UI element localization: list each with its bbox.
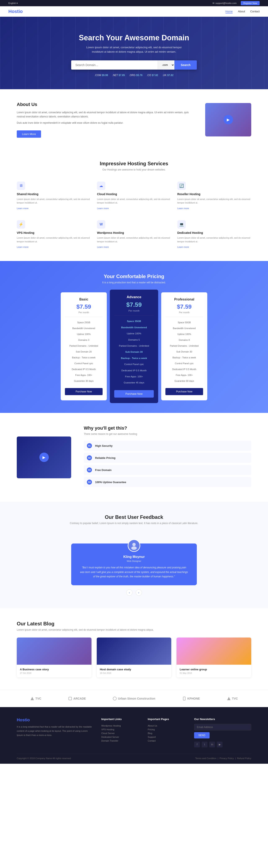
footer-link-vps[interactable]: VPS Hosting <box>101 727 139 731</box>
why-image: ▶ <box>17 436 71 478</box>
footer-link-dedicated[interactable]: Dedicated Server <box>101 735 139 739</box>
newsletter-email-input[interactable] <box>194 724 251 731</box>
footer-page-contact[interactable]: Contact <box>148 739 186 743</box>
testimonial-prev-button[interactable]: ‹ <box>126 589 133 596</box>
footer-link-cloud[interactable]: Cloud Server <box>101 731 139 735</box>
footer-description: It is a long established fact that a rea… <box>17 725 93 737</box>
reseller-learn-more[interactable]: Learn more <box>177 207 189 210</box>
main-nav: Hostio Home About Contact <box>0 6 268 17</box>
instagram-icon[interactable]: in <box>209 742 215 747</box>
nav-contact[interactable]: Contact <box>250 10 260 13</box>
about-section: About Us Lorem ipsum dolor sit amet, con… <box>0 89 268 150</box>
twitter-icon[interactable]: t <box>202 742 208 747</box>
why-item-uptime: 04 100% Uptime Guarantee <box>84 477 251 487</box>
service-shared: 🖥 Shared Hosting Lorem ipsum dolor sit a… <box>17 180 91 212</box>
domain-search-bar: .com .net .org Search <box>71 60 197 70</box>
blog-post-2[interactable]: Host domain case study 18 Oct 2018 <box>97 638 171 677</box>
why-list: 01 High Security 02 Reliable Pricing 03 … <box>84 441 251 487</box>
advance-purchase-button[interactable]: Purchase Now <box>114 390 154 398</box>
professional-features: Space 50GB Bandwidth Unmetered Uptime 10… <box>165 317 203 384</box>
blog-date-1: 27 Oct 2018 <box>20 672 88 674</box>
footer-legal-links: Terms and Condition | Privacy Policy | R… <box>195 757 251 760</box>
dedicated-learn-more[interactable]: Learn more <box>177 246 189 248</box>
basic-features: Space 25GB Bandwidth Unmetered Uptime 10… <box>65 317 103 384</box>
site-logo: Hostio <box>8 9 23 14</box>
service-wordpress: W Wordpress Hosting Lorem ipsum dolor si… <box>97 218 171 251</box>
blog-title: Our Latest Blog <box>17 621 251 627</box>
facebook-icon[interactable]: f <box>194 742 200 747</box>
blog-image-2 <box>97 638 171 665</box>
basic-purchase-button[interactable]: Purchase Now <box>65 388 103 395</box>
blog-title-3: Learner online group <box>180 668 248 671</box>
shared-hosting-icon: 🖥 <box>17 182 25 190</box>
footer-link-wordpress[interactable]: Wordpress Hosting <box>101 724 139 727</box>
why-play-button[interactable]: ▶ <box>39 453 49 462</box>
email-icon: ✉ <box>213 2 214 5</box>
why-num-3: 03 <box>87 467 92 472</box>
footer-page-about[interactable]: About Us <box>148 724 186 727</box>
register-button[interactable]: Register Now <box>241 1 260 5</box>
footer-logo: Hostio <box>17 718 93 722</box>
newsletter-send-button[interactable]: SEND <box>194 732 209 739</box>
blog-title-1: A Business case story <box>20 668 88 671</box>
learn-more-button[interactable]: Learn More <box>17 130 41 138</box>
why-pricing-text: Reliable Pricing <box>95 456 115 460</box>
cloud-learn-more[interactable]: Learn more <box>97 207 109 210</box>
about-video[interactable]: ▶ <box>205 103 251 136</box>
footer-newsletter: Our Newsletters SEND f t in ▶ <box>194 718 251 747</box>
wordpress-hosting-desc: Lorem ipsum dolor sit amet, consectetur … <box>97 236 171 243</box>
blog-post-3[interactable]: Learner online group 01 May 2018 <box>177 638 251 677</box>
blog-grid: A Business case story 27 Oct 2018 Host d… <box>17 638 251 677</box>
shared-learn-more[interactable]: Learn more <box>17 207 28 210</box>
shared-hosting-desc: Lorem ipsum dolor sit amet, consectetur … <box>17 197 91 205</box>
refund-link[interactable]: Refund Policy <box>237 757 251 760</box>
search-button[interactable]: Search <box>175 60 197 70</box>
professional-purchase-button[interactable]: Purchase Now <box>165 388 203 395</box>
svg-point-1 <box>131 547 137 550</box>
footer-social: f t in ▶ <box>194 742 251 747</box>
nav-home[interactable]: Home <box>225 10 233 13</box>
blog-image-1 <box>17 638 91 665</box>
nav-about[interactable]: About <box>238 10 245 13</box>
service-dedicated: 💻 Dedicated Hosting Lorem ipsum dolor si… <box>177 218 251 251</box>
advance-features: Space 35GB Bandwidth Unmetered Uptime 10… <box>114 315 154 386</box>
footer-links-title: Important Links <box>101 718 139 721</box>
tld-select[interactable]: .com .net .org <box>158 60 175 70</box>
language-selector[interactable]: English <box>8 2 18 5</box>
about-title: About Us <box>17 102 193 107</box>
services-title: Impressive Hosting Services <box>17 161 251 166</box>
tld-net: .NET $7.85 <box>112 74 125 77</box>
cloud-hosting-icon: ☁ <box>97 182 105 190</box>
why-num-1: 01 <box>87 443 92 448</box>
footer-page-support[interactable]: Support <box>148 735 186 739</box>
youtube-icon[interactable]: ▶ <box>217 742 222 747</box>
dedicated-hosting-icon: 💻 <box>177 220 186 228</box>
why-title: Why you'll get this? <box>84 426 251 431</box>
reseller-hosting-desc: Lorem ipsum dolor sit amet, consectetur … <box>177 197 251 205</box>
reseller-hosting-icon: 🔄 <box>177 182 186 190</box>
services-subtitle: Our Hostings are awesome to hold your dr… <box>17 168 251 171</box>
pricing-section: Your Comfortable Pricing It is a long pr… <box>0 261 268 413</box>
testimonial-subtitle: Contrary to popular belief, Lorem Ipsum … <box>17 522 251 525</box>
wordpress-learn-more[interactable]: Learn more <box>97 246 109 248</box>
play-button[interactable]: ▶ <box>223 115 233 124</box>
privacy-link[interactable]: Privacy Policy <box>220 757 234 760</box>
blog-date-3: 01 May 2018 <box>180 672 248 674</box>
testimonial-next-button[interactable]: › <box>136 589 142 596</box>
pricing-cards: Basic $7.59 Per month Space 25GB Bandwid… <box>17 292 251 400</box>
service-cloud: ☁ Cloud Hosting Lorem ipsum dolor sit am… <box>97 180 171 212</box>
why-num-4: 04 <box>87 479 92 485</box>
testimonial-avatar <box>128 539 140 552</box>
footer-link-domain[interactable]: Domain Transfer <box>101 739 139 743</box>
blog-post-1[interactable]: A Business case story 27 Oct 2018 <box>17 638 91 677</box>
vps-learn-more[interactable]: Learn more <box>17 246 28 248</box>
services-section: Impressive Hosting Services Our Hostings… <box>0 150 268 261</box>
advance-plan-name: Advance <box>114 295 154 299</box>
footer-page-blog[interactable]: Blog <box>148 731 186 735</box>
nav-links: Home About Contact <box>225 10 260 13</box>
professional-plan-period: Per month <box>165 311 203 314</box>
footer-page-pricing[interactable]: Pricing <box>148 727 186 731</box>
search-input[interactable] <box>71 60 158 70</box>
terms-link[interactable]: Terms and Condition <box>195 757 216 760</box>
hero-section: Search Your Awesome Domain Lorem ipsum d… <box>0 17 268 89</box>
